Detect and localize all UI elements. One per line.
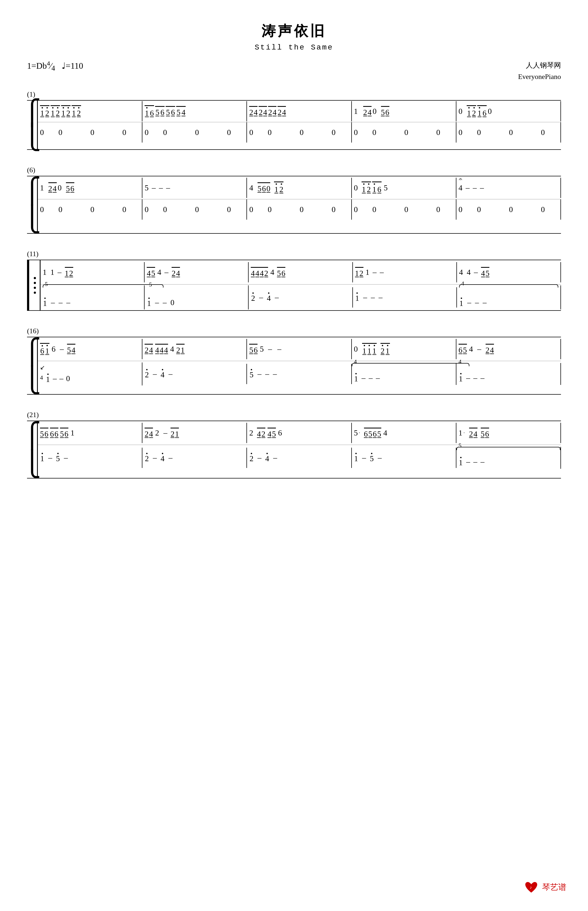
measure-2-lower: 0 0 0 0 <box>142 122 247 143</box>
section-11: (11) <box>27 250 561 311</box>
beam-group-1: 1 2 <box>40 105 50 118</box>
title-chinese: 涛声依旧 <box>27 22 561 41</box>
measure-3-lower: 0 0 0 0 <box>247 122 352 143</box>
measure-2-upper: 1 6 5 6 5 6 5 4 <box>142 101 247 122</box>
measure-5-lower: 0 0 0 0 <box>456 122 561 143</box>
watermark: ♪ 琴艺谱 <box>524 880 566 895</box>
measure-4-upper: 1 2 4 0 5 6 <box>352 101 456 122</box>
key-tempo: 1=Db4⁄4 ♩=110 <box>27 60 83 73</box>
measure-1-lower: 0 0 0 0 <box>38 122 142 143</box>
section-6: (6) ⎧ ⎩ 1 24 0 56 <box>27 166 561 234</box>
page-container: 涛声依旧 Still the Same 1=Db4⁄4 ♩=110 人人钢琴网 … <box>27 22 561 478</box>
svg-text:♪: ♪ <box>530 885 532 890</box>
section-1: (1) ⎧ ⎩ 1 2 <box>27 90 561 150</box>
measure-3-upper: 2 4 2 4 2 4 2 4 <box>247 101 352 122</box>
section-16: (16) ⎧ ⎩ 6 1 6 – 54 <box>27 327 561 395</box>
measure-1-upper: 1 2 1 2 1 2 1 2 <box>38 101 142 122</box>
measure-4-lower: 0 0 0 0 <box>352 122 456 143</box>
attribution: 人人钢琴网 EveryonePiano <box>518 60 561 82</box>
title-english: Still the Same <box>27 43 561 52</box>
section-21: (21) ⎧ ⎩ 56 66 56 1 24 <box>27 411 561 478</box>
logo-icon: ♪ <box>524 880 539 895</box>
measure-5-upper: 0 1 2 1 6 0 <box>456 101 561 122</box>
watermark-text: 琴艺谱 <box>542 882 566 893</box>
beam-group-2: 1 2 <box>50 105 60 118</box>
